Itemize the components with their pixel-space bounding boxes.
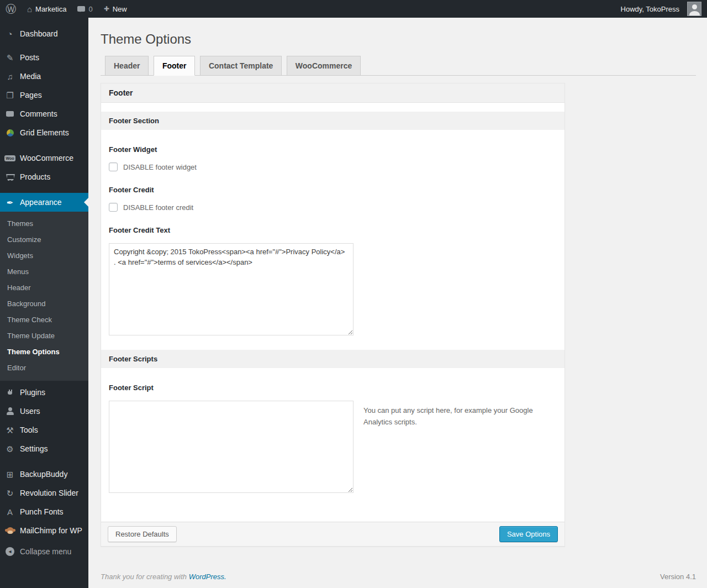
submenu-item-theme-check[interactable]: Theme Check (0, 312, 88, 328)
section-body-footer-section: Footer Widget DISABLE footer widget Foot… (101, 130, 564, 350)
tab-woocommerce[interactable]: WooCommerce (287, 56, 361, 76)
section-body-footer-scripts: Footer Script You can put any script her… (101, 368, 564, 522)
wordpress-logo-icon: Ⓦ (6, 4, 16, 14)
sidebar-item-woocommerce[interactable]: Woo WooCommerce (0, 149, 88, 167)
sidebar-item-label: Punch Fonts (20, 507, 64, 516)
save-options-button[interactable]: Save Options (499, 526, 558, 542)
disable-footer-credit-option[interactable]: DISABLE footer credit (109, 203, 557, 212)
main-content: Theme Options Header Footer Contact Temp… (88, 18, 707, 588)
tab-header[interactable]: Header (105, 56, 149, 76)
admin-bar-right: Howdy, TokoPress (615, 0, 707, 18)
new-content-menu[interactable]: ✚ New (98, 0, 133, 18)
woocommerce-badge-icon: Woo (4, 155, 15, 161)
user-icon (4, 407, 15, 415)
thanks-prefix: Thank you for creating with (101, 573, 189, 581)
disable-footer-credit-checkbox[interactable] (109, 203, 118, 212)
refresh-arrows-icon: ↻ (4, 489, 15, 497)
disable-footer-credit-text: DISABLE footer credit (123, 203, 193, 212)
sidebar-item-tools[interactable]: ⚒ Tools (0, 421, 88, 439)
section-title-footer-section: Footer Section (101, 112, 564, 130)
paintbrush-icon: ✒ (4, 198, 15, 207)
sidebar-item-grid-elements[interactable]: Grid Elements (0, 123, 88, 142)
site-name-menu[interactable]: ⌂ Marketica (22, 0, 72, 18)
submenu-item-theme-options[interactable]: Theme Options (0, 344, 88, 360)
my-account-menu[interactable]: Howdy, TokoPress (615, 0, 704, 18)
sidebar-item-revolution-slider[interactable]: ↻ Revolution Slider (0, 484, 88, 502)
sidebar-item-collapse-menu[interactable]: ◂ Collapse menu (0, 542, 88, 561)
sidebar-item-label: Grid Elements (20, 128, 69, 137)
tab-footer[interactable]: Footer (154, 56, 196, 76)
monkey-icon (4, 527, 15, 534)
sidebar-item-backupbuddy[interactable]: ⊞ BackupBuddy (0, 465, 88, 484)
submenu-item-menus[interactable]: Menus (0, 264, 88, 280)
sidebar-item-label: MailChimp for WP (20, 526, 82, 535)
version-text: Version 4.1 (660, 573, 696, 581)
sidebar-item-comments[interactable]: Comments (0, 104, 88, 123)
admin-menu: ◔ Dashboard ✎ Posts ♫ Media ❐ Pages Comm… (0, 18, 88, 588)
thanks-text: Thank you for creating with WordPress. (101, 573, 226, 581)
sidebar-item-label: Dashboard (20, 29, 58, 38)
sidebar-item-products[interactable]: Products (0, 167, 88, 186)
sidebar-item-dashboard[interactable]: ◔ Dashboard (0, 24, 88, 43)
tab-contact-template[interactable]: Contact Template (200, 56, 282, 76)
tools-icon: ⚒ (4, 426, 15, 434)
tab-bar: Header Footer Contact Template WooCommer… (101, 56, 696, 76)
sidebar-item-label: Collapse menu (20, 547, 71, 556)
plug-icon (4, 389, 15, 396)
plus-icon: ✚ (104, 6, 109, 12)
admin-bar: Ⓦ ⌂ Marketica 0 ✚ New Howdy, TokoPress (0, 0, 707, 18)
wp-logo-menu[interactable]: Ⓦ (0, 0, 22, 18)
footer-script-helper-text: You can put any script here, for example… (363, 405, 535, 427)
sidebar-item-appearance[interactable]: ✒ Appearance (0, 193, 88, 212)
sidebar-item-settings[interactable]: ⚙ Settings (0, 439, 88, 458)
sidebar-item-plugins[interactable]: Plugins (0, 383, 88, 402)
settings-icon: ⚙ (4, 445, 15, 453)
appearance-submenu: Themes Customize Widgets Menus Header Ba… (0, 212, 88, 381)
sidebar-item-label: Media (20, 72, 41, 81)
sidebar-item-label: Products (20, 172, 50, 181)
avatar (687, 2, 701, 16)
disable-footer-widget-checkbox[interactable] (109, 162, 118, 171)
panel-gap (101, 103, 564, 112)
comments-count: 0 (88, 5, 92, 13)
submenu-item-widgets[interactable]: Widgets (0, 248, 88, 264)
home-icon: ⌂ (27, 5, 32, 13)
sidebar-item-label: BackupBuddy (20, 470, 67, 479)
restore-defaults-button[interactable]: Restore Defaults (108, 526, 177, 542)
sidebar-item-label: Comments (20, 109, 57, 118)
section-title-footer-scripts: Footer Scripts (101, 350, 564, 368)
sidebar-item-posts[interactable]: ✎ Posts (0, 48, 88, 67)
footer-credit-text-textarea[interactable]: Copyright &copy; 2015 TokoPress<span><a … (109, 243, 354, 335)
sidebar-item-media[interactable]: ♫ Media (0, 67, 88, 86)
footer-script-textarea[interactable] (109, 401, 354, 493)
panel-footer: Restore Defaults Save Options (101, 522, 564, 546)
sidebar-item-mailchimp[interactable]: MailChimp for WP (0, 521, 88, 540)
cart-icon (4, 173, 15, 181)
sidebar-item-punch-fonts[interactable]: A Punch Fonts (0, 502, 88, 521)
submenu-item-customize[interactable]: Customize (0, 232, 88, 248)
howdy-text: Howdy, TokoPress (621, 5, 679, 13)
sidebar-item-label: Users (20, 407, 40, 416)
sidebar-item-users[interactable]: Users (0, 402, 88, 421)
submenu-item-editor[interactable]: Editor (0, 360, 88, 376)
sidebar-item-pages[interactable]: ❐ Pages (0, 86, 88, 104)
theme-options-panel: Footer Footer Section Footer Widget DISA… (101, 83, 565, 547)
submenu-item-background[interactable]: Background (0, 296, 88, 312)
footer-credit-label: Footer Credit (109, 186, 557, 194)
field-footer-credit: Footer Credit DISABLE footer credit (109, 186, 557, 212)
sidebar-item-label: Appearance (20, 198, 62, 207)
footer-script-label: Footer Script (109, 384, 557, 392)
submenu-item-themes[interactable]: Themes (0, 216, 88, 232)
page-title: Theme Options (101, 30, 696, 48)
submenu-item-header[interactable]: Header (0, 280, 88, 296)
comments-icon (4, 111, 15, 117)
comments-bubble-icon (77, 6, 85, 12)
comments-menu[interactable]: 0 (72, 0, 98, 18)
panel-header-footer: Footer (101, 83, 564, 103)
sidebar-item-label: Revolution Slider (20, 489, 78, 497)
field-footer-widget: Footer Widget DISABLE footer widget (109, 145, 557, 171)
wordpress-link[interactable]: WordPress. (189, 573, 226, 581)
letter-a-icon: A (4, 508, 15, 516)
disable-footer-widget-option[interactable]: DISABLE footer widget (109, 162, 557, 171)
submenu-item-theme-update[interactable]: Theme Update (0, 328, 88, 344)
